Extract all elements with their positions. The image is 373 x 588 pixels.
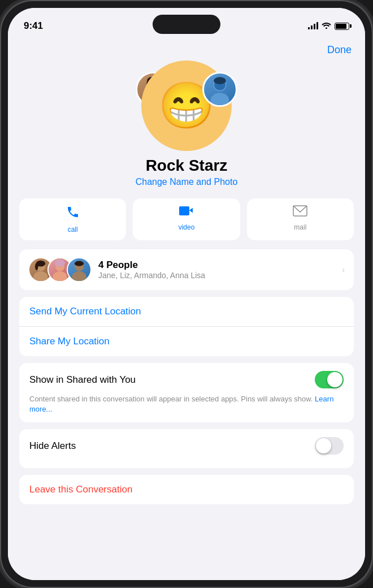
shared-toggle-label: Show in Shared with You [29, 374, 136, 386]
mail-icon [293, 205, 307, 220]
send-location-label: Send My Current Location [29, 306, 141, 317]
phone-screen: 9:41 [8, 8, 365, 580]
bottom-padding [8, 511, 365, 522]
people-card[interactable]: 4 People Jane, Liz, Armando, Anna Lisa › [19, 249, 354, 290]
header: Done [8, 37, 365, 60]
avatar-armando [67, 257, 92, 282]
mail-button[interactable]: mail [247, 198, 354, 240]
shared-with-you-toggle[interactable] [315, 371, 344, 388]
toggle-thumb [327, 372, 342, 387]
shared-description-text: Content shared in this conversation will… [29, 395, 313, 403]
svg-point-17 [55, 260, 65, 267]
done-button[interactable]: Done [327, 44, 352, 56]
people-avatars [28, 257, 92, 282]
people-row[interactable]: 4 People Jane, Liz, Armando, Anna Lisa › [19, 249, 354, 290]
mail-label: mail [294, 223, 306, 231]
shared-with-you-card: Show in Shared with You Content shared i… [19, 363, 354, 422]
svg-point-9 [214, 77, 226, 84]
call-icon [66, 205, 80, 222]
svg-point-20 [75, 261, 84, 266]
wifi-icon [322, 21, 331, 31]
hide-alerts-toggle-thumb [316, 438, 331, 453]
hide-alerts-toggle-row: Hide Alerts [29, 437, 344, 455]
call-button[interactable]: call [19, 198, 126, 240]
svg-point-12 [33, 271, 47, 282]
send-location-row[interactable]: Send My Current Location [19, 297, 354, 327]
video-button[interactable]: video [133, 198, 240, 240]
dynamic-island [153, 15, 220, 34]
hide-alerts-toggle[interactable] [315, 437, 344, 455]
people-count: 4 People [98, 260, 342, 271]
status-icons [308, 21, 349, 31]
video-icon [179, 205, 194, 220]
change-name-link[interactable]: Change Name and Photo [136, 177, 238, 187]
share-location-row[interactable]: Share My Location [19, 327, 354, 356]
signal-icon [308, 23, 318, 29]
people-info: 4 People Jane, Liz, Armando, Anna Lisa [98, 260, 342, 280]
hide-alerts-label: Hide Alerts [29, 440, 76, 452]
status-time: 9:41 [24, 20, 43, 32]
hide-alerts-card: Hide Alerts [19, 429, 354, 468]
leave-conversation-card[interactable]: Leave this Conversation [19, 475, 354, 504]
svg-point-16 [53, 271, 67, 282]
video-label: video [179, 223, 195, 231]
svg-point-19 [72, 271, 86, 282]
leave-conversation-label[interactable]: Leave this Conversation [29, 484, 132, 495]
group-info: 😁 Rock Starz Change Name and Photo [8, 60, 365, 198]
group-name: Rock Starz [146, 157, 228, 175]
svg-point-14 [35, 263, 38, 270]
svg-point-7 [211, 93, 229, 107]
phone-frame: 9:41 [0, 0, 373, 588]
scroll-content[interactable]: Done [8, 37, 365, 580]
location-card: Send My Current Location Share My Locati… [19, 297, 354, 356]
share-location-label: Share My Location [29, 336, 110, 347]
chevron-right-icon: › [342, 265, 345, 274]
avatar-right [202, 72, 237, 107]
action-buttons-row: call video [8, 198, 365, 249]
shared-description: Content shared in this conversation will… [29, 394, 344, 414]
call-label: call [68, 226, 78, 234]
group-avatar: 😁 [141, 60, 232, 151]
people-names: Jane, Liz, Armando, Anna Lisa [98, 271, 342, 280]
battery-icon [335, 23, 349, 30]
shared-toggle-row: Show in Shared with You [29, 371, 344, 388]
